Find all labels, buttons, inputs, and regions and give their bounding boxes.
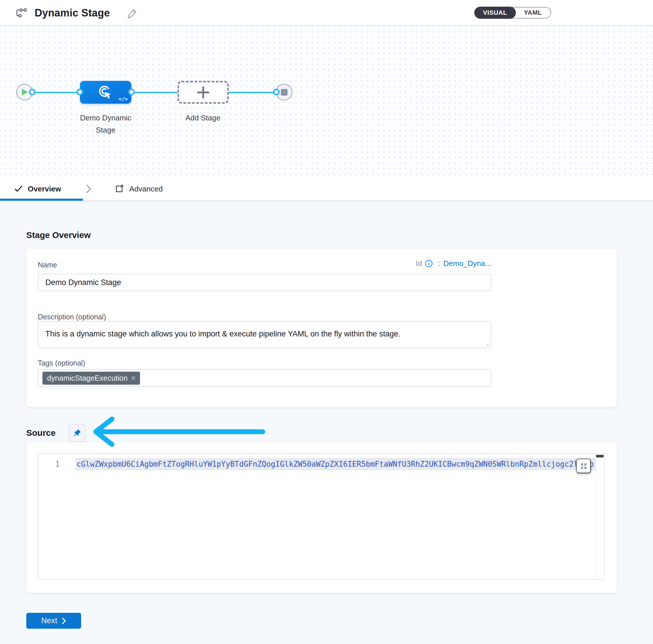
expand-icon — [580, 462, 587, 470]
tag-chip: dynamicStageExecution × — [43, 372, 140, 385]
tag-label: dynamicStageExecution — [47, 374, 128, 383]
scrollbar-thumb[interactable] — [596, 455, 604, 457]
edit-pencil-icon[interactable] — [127, 7, 138, 19]
source-heading: Source — [26, 428, 56, 438]
connector-dot[interactable] — [29, 89, 35, 95]
cursor-click-icon — [97, 84, 115, 101]
pipeline-icon — [15, 6, 28, 19]
tab-advanced[interactable]: Advanced — [115, 177, 163, 201]
expand-button[interactable] — [576, 459, 591, 473]
next-button-label: Next — [41, 616, 57, 625]
connector-dot[interactable] — [76, 89, 83, 95]
name-input[interactable]: Demo Dynamic Stage — [38, 274, 491, 291]
toggle-visual[interactable]: VISUAL — [474, 7, 516, 19]
scrollbar-track[interactable] — [596, 454, 596, 579]
description-label: Description (optional) — [38, 313, 106, 321]
play-icon — [21, 88, 28, 96]
tab-advanced-label: Advanced — [129, 185, 163, 193]
source-card: 1 cGlwZWxpbmU6CiAgbmFtZTogRHluYW1pYyBTdG… — [26, 442, 617, 593]
pin-icon — [72, 428, 82, 437]
id-label: Id — [416, 259, 422, 268]
add-stage-button[interactable] — [177, 81, 228, 104]
stage-overview-heading: Stage Overview — [26, 230, 91, 240]
code-icon: </> — [118, 96, 128, 102]
pipeline-canvas: </> Demo Dynamic Stage Add Stage — [0, 26, 653, 177]
next-chevron-icon — [62, 617, 66, 624]
source-code-editor[interactable]: 1 cGlwZWxpbmU6CiAgbmFtZTogRHluYW1pYyBTdG… — [38, 453, 605, 579]
stage-overview-card: Id : Demo_Dyna... Name Demo Dynamic Stag… — [26, 249, 617, 407]
stage-id-row: Id : Demo_Dyna... — [38, 259, 491, 268]
chevron-right-icon — [86, 184, 92, 194]
active-tab-underline — [0, 199, 83, 201]
tab-overview-label: Overview — [28, 185, 61, 193]
page-title: Dynamic Stage — [34, 0, 110, 26]
line-number: 1 — [55, 460, 60, 469]
stage-tabbar: Overview Advanced — [0, 177, 653, 201]
visual-yaml-toggle: VISUAL YAML — [474, 7, 551, 19]
tags-label: Tags (optional) — [38, 359, 85, 367]
edge-start-to-stage — [28, 92, 80, 93]
code-line[interactable]: cGlwZWxpbmU6CiAgbmFtZTogRHluYW1pYyBTdGFn… — [76, 460, 595, 470]
next-button[interactable]: Next — [26, 613, 81, 629]
info-icon[interactable] — [425, 260, 433, 267]
page-header: Dynamic Stage VISUAL YAML — [0, 0, 653, 26]
id-colon: : — [438, 259, 440, 268]
tag-remove-icon[interactable]: × — [131, 374, 136, 383]
tab-overview[interactable]: Overview — [15, 177, 61, 201]
plus-icon — [196, 85, 211, 100]
stop-icon — [281, 89, 288, 96]
stage-node-label: Demo Dynamic Stage — [59, 112, 152, 136]
resize-handle-icon[interactable] — [485, 342, 489, 346]
advanced-settings-icon — [115, 184, 124, 193]
description-textarea[interactable]: This is a dynamic stage which allows you… — [38, 321, 491, 348]
description-text: This is a dynamic stage which allows you… — [45, 330, 401, 338]
source-header-row: Source — [26, 424, 86, 442]
stage-node-demo-dynamic-stage[interactable]: </> — [80, 81, 131, 104]
toggle-yaml[interactable]: YAML — [515, 7, 551, 19]
connector-dot[interactable] — [128, 89, 135, 95]
tags-input[interactable]: dynamicStageExecution × — [38, 369, 491, 387]
connector-dot[interactable] — [273, 89, 280, 95]
stage-id-value[interactable]: Demo_Dyna... — [443, 259, 491, 268]
name-label: Name — [38, 261, 57, 269]
add-stage-label: Add Stage — [157, 112, 249, 124]
dynamic-stage-page: Dynamic Stage VISUAL YAML </> — [0, 0, 653, 644]
check-icon — [15, 185, 23, 193]
pin-button[interactable] — [69, 424, 86, 442]
